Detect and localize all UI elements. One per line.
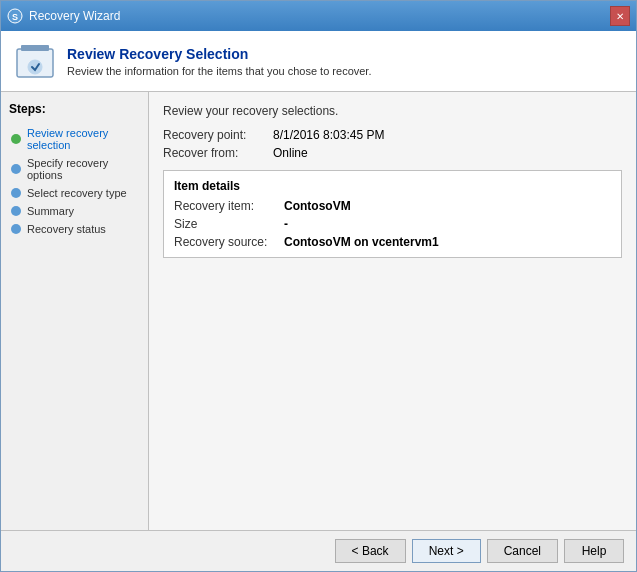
header-text: Review Recovery Selection Review the inf… bbox=[67, 46, 371, 77]
size-value: - bbox=[284, 217, 611, 231]
title-bar: S Recovery Wizard ✕ bbox=[1, 1, 636, 31]
footer: < Back Next > Cancel Help bbox=[1, 530, 636, 571]
app-icon: S bbox=[7, 8, 23, 24]
recover-from-label: Recover from: bbox=[163, 146, 273, 160]
step-dot-5 bbox=[11, 224, 21, 234]
step-dot-3 bbox=[11, 188, 21, 198]
svg-point-4 bbox=[28, 60, 42, 74]
recovery-source-label: Recovery source: bbox=[174, 235, 284, 249]
recovery-point-value: 8/1/2016 8:03:45 PM bbox=[273, 128, 622, 142]
item-details-box: Item details Recovery item: ContosoVM Si… bbox=[163, 170, 622, 258]
content-area: Steps: Review recovery selection Specify… bbox=[1, 92, 636, 530]
review-intro: Review your recovery selections. bbox=[163, 104, 622, 118]
main-window: S Recovery Wizard ✕ Review Recovery Sele… bbox=[0, 0, 637, 572]
close-button[interactable]: ✕ bbox=[610, 6, 630, 26]
item-details-title: Item details bbox=[174, 179, 611, 193]
sidebar-item-label-1: Review recovery selection bbox=[27, 127, 138, 151]
header-icon bbox=[15, 41, 55, 81]
recovery-item-label: Recovery item: bbox=[174, 199, 284, 213]
header-area: Review Recovery Selection Review the inf… bbox=[1, 31, 636, 92]
title-bar-left: S Recovery Wizard bbox=[7, 8, 120, 24]
info-grid: Recovery point: 8/1/2016 8:03:45 PM Reco… bbox=[163, 128, 622, 160]
cancel-button[interactable]: Cancel bbox=[487, 539, 558, 563]
sidebar-item-label-2: Specify recovery options bbox=[27, 157, 138, 181]
title-bar-buttons: ✕ bbox=[610, 6, 630, 26]
sidebar-item-label-5: Recovery status bbox=[27, 223, 106, 235]
sidebar-item-status[interactable]: Recovery status bbox=[9, 220, 140, 238]
sidebar-item-select-type[interactable]: Select recovery type bbox=[9, 184, 140, 202]
size-label: Size bbox=[174, 217, 284, 231]
main-panel: Review your recovery selections. Recover… bbox=[149, 92, 636, 530]
sidebar-item-label-3: Select recovery type bbox=[27, 187, 127, 199]
step-dot-4 bbox=[11, 206, 21, 216]
recovery-item-value: ContosoVM bbox=[284, 199, 611, 213]
sidebar-item-specify[interactable]: Specify recovery options bbox=[9, 154, 140, 184]
header-title: Review Recovery Selection bbox=[67, 46, 371, 62]
sidebar-item-summary[interactable]: Summary bbox=[9, 202, 140, 220]
help-button[interactable]: Help bbox=[564, 539, 624, 563]
sidebar-item-review[interactable]: Review recovery selection bbox=[9, 124, 140, 154]
sidebar-title: Steps: bbox=[9, 102, 140, 116]
svg-text:S: S bbox=[12, 12, 18, 22]
svg-rect-3 bbox=[21, 45, 49, 51]
recovery-source-value: ContosoVM on vcentervm1 bbox=[284, 235, 611, 249]
recovery-point-label: Recovery point: bbox=[163, 128, 273, 142]
sidebar-item-label-4: Summary bbox=[27, 205, 74, 217]
header-subtitle: Review the information for the items tha… bbox=[67, 65, 371, 77]
next-button[interactable]: Next > bbox=[412, 539, 481, 563]
detail-grid: Recovery item: ContosoVM Size - Recovery… bbox=[174, 199, 611, 249]
recover-from-value: Online bbox=[273, 146, 622, 160]
step-dot-2 bbox=[11, 164, 21, 174]
window-title: Recovery Wizard bbox=[29, 9, 120, 23]
step-dot-1 bbox=[11, 134, 21, 144]
sidebar: Steps: Review recovery selection Specify… bbox=[1, 92, 149, 530]
back-button[interactable]: < Back bbox=[335, 539, 406, 563]
